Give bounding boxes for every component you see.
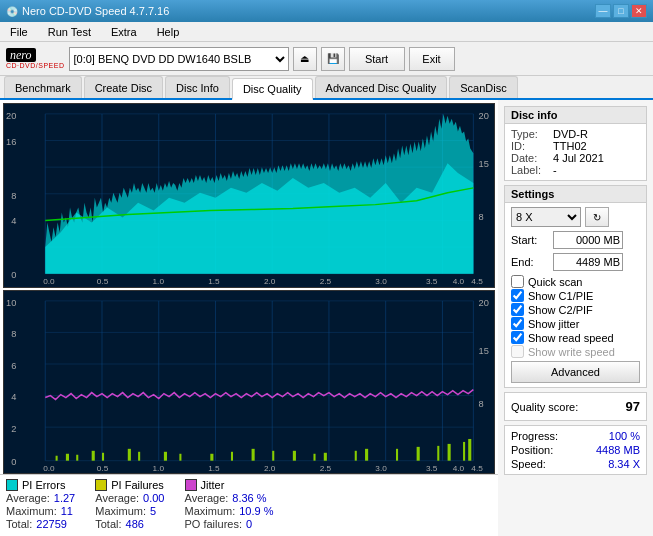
tab-advanced-disc-quality[interactable]: Advanced Disc Quality (315, 76, 448, 98)
stat-group-pi-failures: PI Failures Average: 0.00 Maximum: 5 Tot… (95, 479, 164, 532)
svg-rect-35 (4, 291, 494, 474)
svg-text:8: 8 (479, 399, 484, 409)
start-row: Start: (511, 231, 640, 249)
svg-text:20: 20 (479, 111, 489, 121)
svg-rect-64 (76, 454, 78, 460)
position-value: 4488 MB (596, 444, 640, 456)
chart-pi-errors: 20 16 8 4 0 0.0 0.5 1.0 1.5 2.0 2.5 3.0 … (3, 103, 495, 288)
nero-sub: CD·DVD/SPEED (6, 62, 65, 69)
svg-text:4.0: 4.0 (453, 463, 465, 472)
show-c1pie-row: Show C1/PIE (511, 289, 640, 302)
show-jitter-checkbox[interactable] (511, 317, 524, 330)
main-content: 20 16 8 4 0 0.0 0.5 1.0 1.5 2.0 2.5 3.0 … (0, 100, 653, 536)
svg-rect-70 (313, 453, 315, 460)
show-read-speed-row: Show read speed (511, 331, 640, 344)
show-jitter-row: Show jitter (511, 317, 640, 330)
end-row: End: (511, 253, 640, 271)
svg-text:2.0: 2.0 (264, 277, 276, 286)
svg-rect-67 (179, 453, 181, 460)
svg-text:20: 20 (479, 297, 489, 307)
show-c2pif-row: Show C2/PIF (511, 303, 640, 316)
eject-button[interactable]: ⏏ (293, 47, 317, 71)
minimize-button[interactable]: — (595, 4, 611, 18)
jitter-label: Jitter (185, 479, 274, 491)
app-icon: 💿 (6, 6, 18, 17)
menu-file[interactable]: File (4, 24, 34, 40)
pi-failures-avg-row: Average: 0.00 (95, 492, 164, 504)
maximize-button[interactable]: □ (613, 4, 629, 18)
svg-text:1.5: 1.5 (208, 463, 220, 472)
title-bar: 💿 Nero CD-DVD Speed 4.7.7.16 — □ ✕ (0, 0, 653, 22)
svg-text:0.0: 0.0 (43, 463, 55, 472)
pi-errors-max-row: Maximum: 11 (6, 505, 75, 517)
svg-rect-61 (448, 443, 451, 460)
disc-type-row: Type: DVD-R (511, 128, 640, 140)
chart1-svg: 20 16 8 4 0 0.0 0.5 1.0 1.5 2.0 2.5 3.0 … (4, 104, 494, 287)
svg-rect-55 (210, 453, 213, 460)
svg-text:2.5: 2.5 (320, 463, 332, 472)
drive-select[interactable]: [0:0] BENQ DVD DD DW1640 BSLB (69, 47, 289, 71)
svg-text:3.5: 3.5 (426, 463, 438, 472)
svg-rect-72 (396, 448, 398, 460)
menu-bar: File Run Test Extra Help (0, 22, 653, 42)
speed-value: 8.34 X (608, 458, 640, 470)
menu-help[interactable]: Help (151, 24, 186, 40)
tab-scandisc[interactable]: ScanDisc (449, 76, 517, 98)
stats-bar: PI Errors Average: 1.27 Maximum: 11 Tota… (0, 474, 498, 536)
quick-scan-checkbox[interactable] (511, 275, 524, 288)
show-c1pie-label: Show C1/PIE (528, 290, 593, 302)
disc-label-row: Label: - (511, 164, 640, 176)
save-button[interactable]: 💾 (321, 47, 345, 71)
end-field[interactable] (553, 253, 623, 271)
menu-extra[interactable]: Extra (105, 24, 143, 40)
speed-select[interactable]: 8 X 4 X 2 X MAX (511, 207, 581, 227)
settings-refresh-button[interactable]: ↻ (585, 207, 609, 227)
stat-group-pi-errors: PI Errors Average: 1.27 Maximum: 11 Tota… (6, 479, 75, 532)
pi-failures-max-row: Maximum: 5 (95, 505, 164, 517)
pi-errors-avg-row: Average: 1.27 (6, 492, 75, 504)
show-read-speed-label: Show read speed (528, 332, 614, 344)
svg-rect-71 (355, 450, 357, 460)
tab-disc-info[interactable]: Disc Info (165, 76, 230, 98)
start-field[interactable] (553, 231, 623, 249)
svg-rect-69 (272, 450, 274, 460)
disc-date-row: Date: 4 Jul 2021 (511, 152, 640, 164)
svg-text:2: 2 (11, 424, 16, 434)
pi-failures-label: PI Failures (95, 479, 164, 491)
progress-row: Progress: 100 % (511, 430, 640, 442)
show-jitter-label: Show jitter (528, 318, 579, 330)
show-read-speed-checkbox[interactable] (511, 331, 524, 344)
jitter-po-row: PO failures: 0 (185, 518, 274, 530)
exit-button[interactable]: Exit (409, 47, 455, 71)
svg-rect-59 (365, 448, 368, 460)
title-bar-text: Nero CD-DVD Speed 4.7.7.16 (22, 5, 169, 17)
show-c2pif-label: Show C2/PIF (528, 304, 593, 316)
menu-run-test[interactable]: Run Test (42, 24, 97, 40)
disc-id-row: ID: TTH02 (511, 140, 640, 152)
stat-group-jitter: Jitter Average: 8.36 % Maximum: 10.9 % P… (185, 479, 274, 532)
show-c2pif-checkbox[interactable] (511, 303, 524, 316)
svg-rect-60 (417, 446, 420, 460)
svg-rect-52 (92, 450, 95, 460)
tab-disc-quality[interactable]: Disc Quality (232, 78, 313, 100)
jitter-color (185, 479, 197, 491)
title-bar-left: 💿 Nero CD-DVD Speed 4.7.7.16 (6, 5, 169, 17)
advanced-button[interactable]: Advanced (511, 361, 640, 383)
svg-text:16: 16 (6, 138, 16, 148)
svg-text:4: 4 (11, 392, 16, 402)
start-button[interactable]: Start (349, 47, 405, 71)
tab-benchmark[interactable]: Benchmark (4, 76, 82, 98)
show-c1pie-checkbox[interactable] (511, 289, 524, 302)
show-write-speed-checkbox[interactable] (511, 345, 524, 358)
svg-rect-65 (102, 452, 104, 460)
svg-rect-54 (164, 451, 167, 460)
settings-title: Settings (505, 186, 646, 203)
progress-value: 100 % (609, 430, 640, 442)
pi-failures-total-row: Total: 486 (95, 518, 164, 530)
settings-section: Settings 8 X 4 X 2 X MAX ↻ Start: End: (504, 185, 647, 388)
disc-info-section: Disc info Type: DVD-R ID: TTH02 Date: 4 … (504, 106, 647, 181)
svg-text:1.5: 1.5 (208, 277, 220, 286)
tab-create-disc[interactable]: Create Disc (84, 76, 163, 98)
svg-text:4.5: 4.5 (471, 277, 483, 286)
close-button[interactable]: ✕ (631, 4, 647, 18)
